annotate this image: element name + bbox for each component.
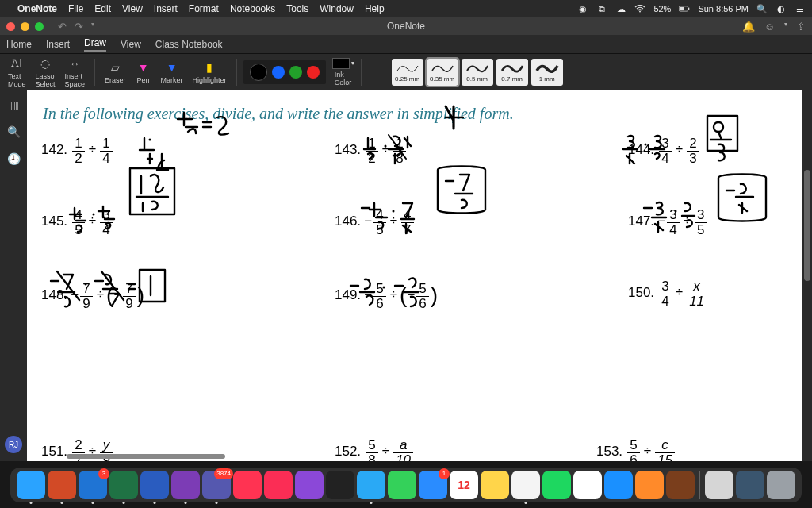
lasso-select-label: LassoSelect xyxy=(36,72,56,88)
stroke-0.25mm[interactable]: 0.25 mm xyxy=(392,59,423,86)
dock-teams-icon[interactable]: 3874 xyxy=(202,471,231,499)
dock-bible-icon[interactable] xyxy=(666,471,695,499)
notebooks-icon[interactable]: ▥ xyxy=(9,98,19,111)
menu-view[interactable]: View xyxy=(122,3,143,14)
window-titlebar: ↶ ↷ ▾ OneNote 🔔 ☺▾ ⇪ xyxy=(0,17,812,35)
stroke-0.5mm[interactable]: 0.5 mm xyxy=(462,59,493,86)
svg-point-0 xyxy=(639,11,641,13)
problems-grid: 142. 12÷14143. 12÷18144. 34÷23145. 45÷34… xyxy=(41,137,795,452)
dropbox-icon[interactable]: ⧉ xyxy=(596,3,607,14)
dock-trash-icon[interactable] xyxy=(767,471,795,499)
dock-appletv-icon[interactable] xyxy=(326,471,354,499)
minimize-window[interactable] xyxy=(21,22,29,31)
insert-space-label: InsertSpace xyxy=(65,72,86,88)
dock-notes-icon[interactable] xyxy=(481,471,509,499)
color-blue[interactable] xyxy=(272,66,285,79)
tab-view[interactable]: View xyxy=(121,39,141,50)
dock-desktop-icon[interactable] xyxy=(736,471,764,499)
tab-draw[interactable]: Draw xyxy=(84,37,106,52)
menu-tools[interactable]: Tools xyxy=(286,3,308,14)
stroke-0.35mm[interactable]: 0.35 mm xyxy=(427,59,458,86)
wifi-icon[interactable] xyxy=(634,3,645,14)
menu-file[interactable]: File xyxy=(68,3,83,14)
account-icon[interactable]: ☺ xyxy=(764,21,775,33)
menu-notebooks[interactable]: Notebooks xyxy=(230,3,275,14)
share-icon[interactable]: ⇪ xyxy=(797,21,806,33)
svg-rect-3 xyxy=(680,7,684,10)
siri-icon[interactable]: ◐ xyxy=(776,3,787,14)
dock-outlook-icon[interactable]: 3 xyxy=(79,471,107,499)
zoom-window[interactable] xyxy=(35,22,44,31)
color-green[interactable] xyxy=(289,66,302,79)
dock-excel-icon[interactable] xyxy=(109,471,138,499)
page[interactable]: In the following exercises, divide, and … xyxy=(27,90,802,461)
dock-books-icon[interactable] xyxy=(635,471,664,499)
notifications-icon[interactable]: 🔔 xyxy=(742,21,755,33)
redo-button[interactable]: ↷ xyxy=(75,21,83,33)
stroke-1mm[interactable]: 1 mm xyxy=(531,59,563,86)
ink-color-picker[interactable]: ▾InkColor xyxy=(332,58,354,87)
ribbon-tabs: HomeInsertDrawViewClass Notebook xyxy=(0,35,812,54)
screenrec-icon[interactable]: ◉ xyxy=(577,3,588,14)
dock-powerpoint-icon[interactable] xyxy=(48,471,76,499)
app-name[interactable]: OneNote xyxy=(17,3,57,14)
horizontal-scrollbar[interactable] xyxy=(67,454,225,459)
color-palette[interactable] xyxy=(243,60,326,84)
left-sidebar: ▥ 🔍 🕘 RJ xyxy=(0,90,27,461)
eraser-label: Eraser xyxy=(105,76,126,84)
airdrop-icon[interactable]: ☁ xyxy=(615,3,626,14)
dock-messages-icon[interactable] xyxy=(388,471,416,499)
problem-147: 147. −34÷35 xyxy=(628,208,709,237)
color-black[interactable] xyxy=(250,64,267,81)
clock[interactable]: Sun 8:56 PM xyxy=(698,4,749,13)
color-red[interactable] xyxy=(307,66,320,79)
dock-chrome-icon[interactable] xyxy=(511,471,540,499)
problem-142: 142. 12÷14 xyxy=(41,137,114,166)
tab-home[interactable]: Home xyxy=(6,39,32,50)
dock-word-icon[interactable] xyxy=(140,471,169,499)
menu-edit[interactable]: Edit xyxy=(94,3,111,14)
dock-calendar-icon[interactable]: 12 xyxy=(450,471,478,499)
problem-149: 149. −56÷(−56) xyxy=(335,279,438,310)
eraser-tool[interactable]: ▱Eraser xyxy=(102,60,129,84)
dock-onenote-icon[interactable] xyxy=(171,471,200,499)
close-window[interactable] xyxy=(6,22,15,31)
dock-podcasts-icon[interactable] xyxy=(295,471,324,499)
pen-tool[interactable]: ▼Pen xyxy=(132,60,155,84)
highlighter-tool[interactable]: ▮Highlighter xyxy=(190,60,230,84)
control-center-icon[interactable]: ☰ xyxy=(795,3,806,14)
tab-class-notebook[interactable]: Class Notebook xyxy=(155,39,223,50)
dock-news-icon[interactable] xyxy=(233,471,262,499)
menu-format[interactable]: Format xyxy=(189,3,219,14)
dock-photos-icon[interactable] xyxy=(573,471,602,499)
avatar[interactable]: RJ xyxy=(5,436,22,453)
stroke-0.7mm[interactable]: 0.7 mm xyxy=(496,59,528,86)
dock-spotify-icon[interactable] xyxy=(542,471,571,499)
spotlight-icon[interactable]: 🔍 xyxy=(756,3,768,14)
menu-window[interactable]: Window xyxy=(320,3,354,14)
svg-rect-2 xyxy=(688,8,689,10)
window-title: OneNote xyxy=(387,21,425,32)
recent-icon[interactable]: 🕘 xyxy=(7,152,21,165)
dock-pdf-icon[interactable] xyxy=(705,471,733,499)
problem-143: 143. 12÷18 xyxy=(335,137,408,166)
dock-finder-icon[interactable] xyxy=(17,471,45,499)
menu-help[interactable]: Help xyxy=(365,3,385,14)
search-icon[interactable]: 🔍 xyxy=(7,125,21,138)
lasso-select-tool[interactable]: ◌LassoSelect xyxy=(33,56,59,88)
insert-space-tool[interactable]: ↔InsertSpace xyxy=(62,56,89,88)
macos-menubar: OneNote FileEditViewInsertFormatNotebook… xyxy=(0,0,812,17)
marker-tool[interactable]: ▼Marker xyxy=(158,60,186,84)
menu-insert[interactable]: Insert xyxy=(154,3,178,14)
canvas-area: In the following exercises, divide, and … xyxy=(27,90,812,461)
dock-appstore-icon[interactable] xyxy=(604,471,633,499)
dock-mail-icon[interactable]: 1 xyxy=(419,471,447,499)
vertical-scrollbar[interactable] xyxy=(804,170,810,281)
tab-insert[interactable]: Insert xyxy=(46,39,70,50)
text-mode-tool[interactable]: 𝙰ITextMode xyxy=(5,56,29,88)
dock-safari-icon[interactable] xyxy=(357,471,385,499)
undo-button[interactable]: ↶ xyxy=(58,21,67,33)
dock-music-icon[interactable] xyxy=(264,471,293,499)
macos-dock: 33874112 xyxy=(0,461,812,508)
redo-dropdown[interactable]: ▾ xyxy=(91,21,94,33)
